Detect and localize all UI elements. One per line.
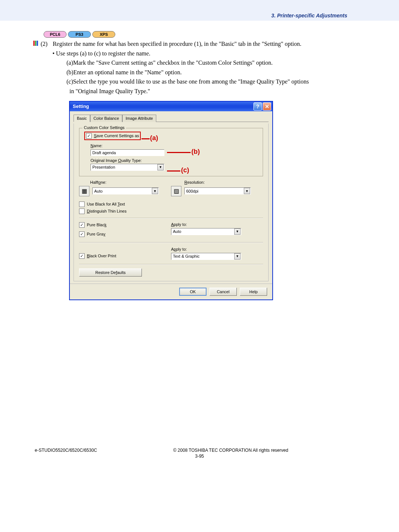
oiqt-value: Presentation [92, 165, 115, 169]
pure-black-row[interactable]: Pure Black [79, 222, 171, 228]
basic-panel: Custom Color Settings Save Current Setti… [74, 123, 269, 281]
name-label: Name: [91, 143, 258, 148]
oiqt-dropdown[interactable]: Presentation ▼ [91, 164, 164, 171]
step-2-row: (2) Register the name for what has been … [33, 39, 366, 49]
footer-left: e-STUDIO5520C/6520C/6530C [35, 448, 97, 453]
help-button[interactable]: Help [240, 288, 267, 296]
halftone-value: Auto [94, 189, 103, 193]
page-footer: e-STUDIO5520C/6520C/6530C © 2008 TOSHIBA… [0, 448, 399, 453]
resolution-icon: ▨ [171, 186, 181, 196]
use-black-text-label: Use Black for All Text [87, 202, 125, 206]
footer-right: © 2008 TOSHIBA TEC CORPORATION All right… [97, 448, 364, 453]
apply-to-1-value: Auto [173, 229, 181, 234]
save-as-row[interactable]: Save Current Settings as [85, 132, 140, 140]
titlebar: Setting ? ✕ [70, 102, 272, 111]
distinguish-thin-lines-row[interactable]: Distinguish Thin Lines [79, 209, 263, 214]
apply-to-2-dropdown[interactable]: Text & Graphic ▼ [171, 253, 241, 260]
save-as-checkbox[interactable] [86, 133, 92, 139]
page-content: PCL6 PS3 XPS (2) Register the name for w… [0, 21, 399, 300]
black-overprint-row[interactable]: Black Over Print [79, 253, 171, 259]
tab-color-balance[interactable]: Color Balance [90, 115, 122, 122]
black-overprint-checkbox[interactable] [79, 253, 85, 259]
apply-to-2-label: Apply to: [171, 247, 263, 251]
tab-basic[interactable]: Basic [74, 115, 90, 122]
badge-xps: XPS [92, 31, 115, 38]
chevron-down-icon: ▼ [244, 188, 250, 194]
chevron-down-icon: ▼ [234, 228, 241, 235]
oiqt-label: Original Image Quality Type: [91, 158, 258, 163]
pure-black-checkbox[interactable] [79, 222, 85, 228]
chevron-down-icon: ▼ [157, 164, 164, 170]
close-icon[interactable]: ✕ [263, 102, 271, 111]
tab-row: Basic Color Balance Image Attribute [74, 114, 269, 122]
step-number: (2) [41, 39, 48, 49]
halftone-resolution-row: Halftone: ▦ Auto ▼ [79, 180, 263, 198]
section-title: 3. Printer-specific Adjustments [271, 13, 347, 18]
pure-gray-row[interactable]: Pure Gray [79, 231, 171, 237]
resolution-dropdown[interactable]: 600dpi ▼ [184, 187, 251, 194]
halftone-label: Halftone: [90, 180, 106, 184]
apply-to-1-dropdown[interactable]: Auto ▼ [171, 228, 241, 235]
dialog-footer: OK Cancel Help [70, 284, 272, 299]
name-input[interactable] [91, 149, 164, 156]
driver-badges: PCL6 PS3 XPS [44, 31, 366, 38]
cancel-button[interactable]: Cancel [209, 288, 237, 296]
step-text: Register the name for what has been spec… [53, 39, 301, 49]
apply-to-2-value: Text & Graphic [173, 254, 200, 258]
footer-page-num: 3-95 [0, 454, 399, 459]
custom-color-groupbox: Custom Color Settings Save Current Setti… [79, 128, 263, 176]
restore-defaults-button[interactable]: Restore Defaults [79, 268, 142, 277]
chevron-down-icon: ▼ [152, 188, 158, 194]
resolution-label: Resolution: [184, 180, 205, 184]
groupbox-label: Custom Color Settings [82, 125, 126, 130]
distinguish-thin-label: Distinguish Thin Lines [87, 209, 126, 213]
use-black-text-row[interactable]: Use Black for All Text [79, 201, 263, 207]
halftone-dropdown[interactable]: Auto ▼ [92, 187, 159, 194]
pure-black-label: Pure Black [87, 223, 106, 227]
page-header: 3. Printer-specific Adjustments [0, 0, 399, 21]
distinguish-thin-checkbox[interactable] [79, 209, 85, 214]
help-icon[interactable]: ? [253, 102, 262, 111]
halftone-icon: ▦ [79, 186, 89, 196]
tab-image-attribute[interactable]: Image Attribute [122, 115, 156, 122]
step-a: (a)Mark the "Save Current setting as" ch… [66, 58, 366, 68]
resolution-value: 600dpi [186, 189, 198, 193]
step-c-line2: in "Original Image Quality Type." [69, 87, 366, 96]
pure-gray-checkbox[interactable] [79, 231, 85, 237]
save-as-label: Save Current Settings as [94, 133, 139, 138]
apply-to-1-label: Apply to: [171, 222, 263, 227]
step-bullet: • Use steps (a) to (c) to register the n… [52, 49, 366, 58]
step-c-line1: (c)Select the type you would like to use… [66, 77, 366, 87]
ok-button[interactable]: OK [179, 288, 207, 296]
badge-pcl6: PCL6 [44, 31, 66, 38]
black-overprint-label: Black Over Print [87, 254, 116, 258]
step-marker-icon [33, 41, 38, 46]
chevron-down-icon: ▼ [234, 253, 241, 260]
step-b: (b)Enter an optional name in the "Name" … [66, 68, 366, 77]
setting-dialog: Setting ? ✕ Basic Color Balance Image At… [69, 101, 273, 300]
badge-ps3: PS3 [68, 31, 91, 38]
pure-gray-label: Pure Gray [87, 232, 105, 236]
dialog-title: Setting [73, 104, 89, 109]
use-black-text-checkbox[interactable] [79, 201, 85, 207]
